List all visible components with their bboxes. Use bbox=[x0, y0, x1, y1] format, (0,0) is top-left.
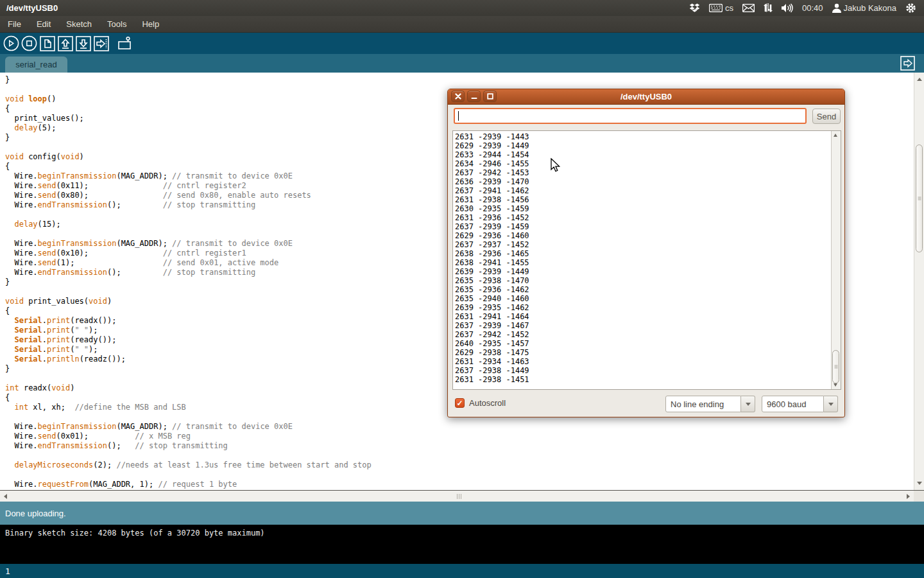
volume-icon[interactable] bbox=[782, 3, 793, 13]
serial-line: 2637 -2941 -1462 bbox=[455, 186, 529, 195]
network-arrows-icon[interactable] bbox=[764, 3, 773, 13]
serial-line: 2637 -2937 -1452 bbox=[455, 240, 529, 249]
keyboard-layout-indicator[interactable]: cs bbox=[709, 3, 733, 13]
code-line bbox=[5, 451, 372, 460]
chevron-down-icon[interactable] bbox=[824, 396, 838, 412]
code-line: delay(15); bbox=[5, 220, 372, 229]
scroll-right-icon[interactable] bbox=[907, 494, 910, 499]
status-bar: Done uploading. bbox=[0, 502, 924, 525]
serial-line: 2629 -2939 -1449 bbox=[455, 141, 529, 150]
serial-monitor-toggle-icon[interactable] bbox=[900, 56, 915, 73]
close-icon[interactable] bbox=[451, 91, 465, 102]
serial-send-input[interactable] bbox=[454, 108, 807, 124]
window-controls bbox=[451, 91, 497, 102]
menu-help[interactable]: Help bbox=[134, 17, 167, 31]
scroll-left-icon[interactable] bbox=[4, 494, 7, 499]
serial-line: 2629 -2938 -1475 bbox=[455, 348, 529, 357]
code-line bbox=[5, 85, 372, 94]
line-ending-dropdown[interactable]: No line ending bbox=[665, 396, 755, 412]
code-line: Wire.beginTransmission(MAG_ADDR); // tra… bbox=[5, 239, 372, 249]
serial-scrollbar-thumb[interactable] bbox=[832, 350, 839, 383]
serial-scroll-down-icon[interactable] bbox=[834, 383, 837, 387]
open-sketch-button[interactable] bbox=[57, 35, 73, 51]
serial-monitor-button[interactable] bbox=[117, 35, 133, 51]
new-sketch-button[interactable] bbox=[39, 35, 55, 51]
menu-edit[interactable]: Edit bbox=[29, 17, 58, 31]
mail-icon[interactable] bbox=[742, 4, 755, 12]
menu-file[interactable]: File bbox=[0, 17, 29, 31]
code-line: Wire.requestFrom(MAG_ADDR, 1); // reques… bbox=[5, 480, 372, 489]
stop-button[interactable] bbox=[21, 35, 37, 51]
serial-scroll-up-icon[interactable] bbox=[834, 134, 837, 137]
save-sketch-button[interactable] bbox=[75, 35, 91, 51]
serial-monitor-window: /dev/ttyUSB0 Send 2631 -2939 -14432629 -… bbox=[447, 89, 845, 417]
maximize-icon[interactable] bbox=[483, 91, 497, 102]
serial-monitor-titlebar[interactable]: /dev/ttyUSB0 bbox=[448, 89, 844, 105]
footer-bar: 1 bbox=[0, 564, 924, 578]
text-caret bbox=[458, 111, 459, 121]
editor-scrollbar-thumb[interactable] bbox=[916, 144, 923, 252]
serial-monitor-controls: ✓ Autoscroll No line ending 9600 baud bbox=[448, 395, 844, 417]
serial-vertical-scrollbar[interactable] bbox=[831, 131, 841, 389]
code-line bbox=[5, 143, 372, 152]
code-line: Wire.send(1); // send 0x01, active mode bbox=[5, 258, 372, 268]
serial-line: 2631 -2934 -1463 bbox=[455, 357, 529, 366]
mouse-cursor bbox=[551, 158, 561, 175]
code-line: } bbox=[5, 133, 372, 143]
scroll-down-icon[interactable] bbox=[917, 482, 922, 485]
code-line bbox=[5, 412, 372, 422]
code-line: Wire.beginTransmission(MAG_ADDR); // tra… bbox=[5, 422, 372, 432]
code-line: int readx(void) bbox=[5, 383, 372, 393]
serial-line: 2635 -2940 -1460 bbox=[455, 294, 529, 303]
serial-output: 2631 -2939 -14432629 -2939 -14492633 -29… bbox=[455, 132, 529, 384]
tab-bar: serial_read bbox=[0, 54, 924, 73]
serial-line: 2637 -2942 -1453 bbox=[455, 168, 529, 177]
verify-button[interactable] bbox=[3, 35, 19, 51]
serial-monitor-title: /dev/ttyUSB0 bbox=[620, 92, 672, 101]
toolbar-buttons bbox=[0, 33, 924, 54]
serial-output-area[interactable]: 2631 -2939 -14432629 -2939 -14492633 -29… bbox=[452, 130, 841, 390]
upload-button[interactable] bbox=[93, 35, 109, 51]
tab-serial-read[interactable]: serial_read bbox=[5, 57, 67, 73]
scrollbar-corner bbox=[914, 490, 924, 502]
code-line: Wire.beginTransmission(MAG_ADDR); // tra… bbox=[5, 171, 372, 181]
menu-sketch[interactable]: Sketch bbox=[58, 17, 99, 31]
autoscroll-checkbox[interactable]: ✓ bbox=[455, 398, 465, 408]
code-line: { bbox=[5, 306, 372, 316]
baud-rate-dropdown[interactable]: 9600 baud bbox=[762, 396, 838, 412]
code-line: Wire.send(0x80); // send 0x80, enable au… bbox=[5, 191, 372, 200]
status-message: Done uploading. bbox=[5, 509, 66, 518]
baud-rate-value: 9600 baud bbox=[762, 396, 824, 412]
code-line bbox=[5, 229, 372, 239]
clock[interactable]: 00:40 bbox=[802, 3, 823, 13]
menu-tools[interactable]: Tools bbox=[99, 17, 134, 31]
active-window-title: /dev/ttyUSB0 bbox=[0, 3, 58, 13]
scroll-up-icon[interactable] bbox=[917, 78, 922, 81]
code-line: int xl, xh; //define the MSB and LSB bbox=[5, 403, 372, 412]
send-button[interactable]: Send bbox=[812, 109, 841, 124]
serial-line: 2637 -2939 -1459 bbox=[455, 222, 529, 231]
minimize-icon[interactable] bbox=[467, 91, 481, 102]
serial-line: 2629 -2936 -1460 bbox=[455, 231, 529, 240]
dropbox-icon[interactable] bbox=[689, 3, 700, 13]
serial-line: 2637 -2938 -1449 bbox=[455, 366, 529, 375]
serial-line: 2635 -2938 -1470 bbox=[455, 276, 529, 285]
hscrollbar-grip[interactable] bbox=[457, 494, 461, 499]
serial-line: 2634 -2946 -1455 bbox=[455, 159, 529, 168]
editor-horizontal-scrollbar[interactable] bbox=[0, 490, 914, 502]
code-line: Serial.print(readx()); bbox=[5, 316, 372, 326]
code-line: Serial.print(" "); bbox=[5, 345, 372, 355]
gear-icon[interactable] bbox=[905, 3, 916, 13]
code-line: void print_values(void) bbox=[5, 297, 372, 306]
editor-vertical-scrollbar[interactable] bbox=[914, 73, 924, 490]
chevron-down-icon[interactable] bbox=[741, 396, 755, 412]
code-line: print_values(); bbox=[5, 114, 372, 123]
username-label: Jakub Kakona bbox=[844, 3, 896, 13]
serial-line: 2631 -2936 -1452 bbox=[455, 213, 529, 222]
code-line bbox=[5, 470, 372, 480]
user-menu[interactable]: Jakub Kakona bbox=[832, 3, 896, 13]
desktop: /dev/ttyUSB0 cs 00:40 Jaku bbox=[0, 0, 924, 578]
code-line: Wire.endTransmission(); // stop transmit… bbox=[5, 268, 372, 277]
line-ending-value: No line ending bbox=[665, 396, 741, 412]
code-line: Serial.print(" "); bbox=[5, 326, 372, 335]
